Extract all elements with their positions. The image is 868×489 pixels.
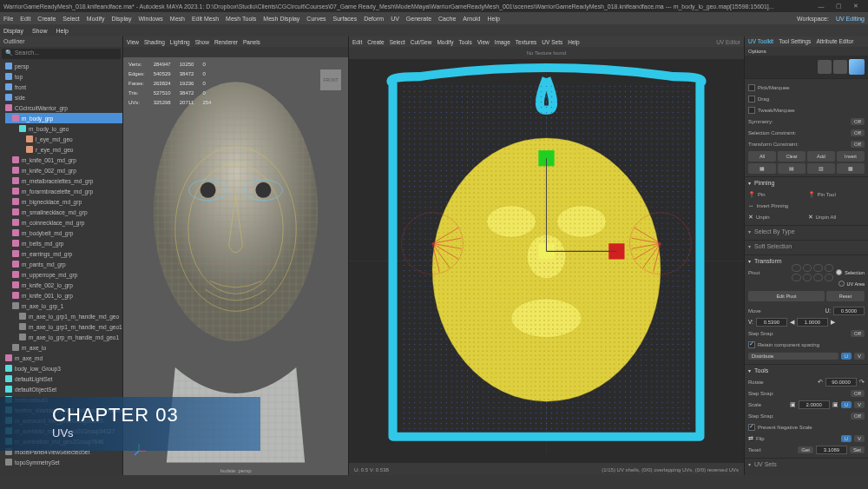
outliner-item[interactable]: CGcircuitWarrior_grp — [5, 102, 122, 113]
camera-label[interactable]: FRONT — [320, 69, 341, 90]
outliner-item[interactable]: m_knife_001_md_grp — [5, 155, 122, 165]
menu-edit[interactable]: Edit — [20, 16, 30, 22]
dist-v[interactable]: V — [854, 353, 865, 360]
pivot-uvarea[interactable] — [838, 281, 845, 287]
menu-meshdisplay[interactable]: Mesh Display — [263, 16, 299, 22]
vp-show[interactable]: Show — [195, 39, 209, 45]
texel-input[interactable] — [816, 446, 847, 454]
menu-display[interactable]: Display — [111, 16, 131, 22]
outliner-item[interactable]: l_eye_md_geo — [5, 134, 122, 144]
sel-invert[interactable]: Invert — [837, 151, 865, 162]
outliner-item[interactable]: side — [5, 92, 122, 102]
outliner-item[interactable]: m_axe_lo_grp_1 — [5, 301, 122, 311]
uvsets-title[interactable]: UV Sets — [748, 461, 865, 467]
menu-meshtools[interactable]: Mesh Tools — [226, 16, 256, 22]
uv-view[interactable]: View — [477, 39, 490, 45]
dist-u[interactable]: U — [841, 353, 852, 360]
selectby-title[interactable]: Select By Type — [748, 228, 865, 235]
stepsnap-toggle[interactable]: Off — [851, 330, 865, 337]
move-u-input[interactable] — [833, 307, 865, 315]
minimize-icon[interactable]: — — [812, 3, 830, 10]
menu-generate[interactable]: Generate — [406, 16, 431, 22]
scale-input[interactable] — [799, 400, 830, 409]
tool-help[interactable]: Help — [56, 28, 68, 34]
outliner-item[interactable]: m_knife_002_lo_grp — [5, 280, 122, 290]
outliner-item[interactable]: m_axe_lo — [5, 342, 122, 353]
rot-stepsnap[interactable]: Off — [851, 390, 865, 397]
retain-check[interactable] — [748, 341, 755, 348]
uv-tools[interactable]: Tools — [459, 39, 472, 45]
softsel-title[interactable]: Soft Selection — [748, 243, 865, 249]
tweak-check[interactable] — [748, 107, 755, 114]
menu-select[interactable]: Select — [62, 16, 79, 22]
outliner-item[interactable]: body_low_Group3 — [5, 363, 122, 373]
vp-shading[interactable]: Shading — [144, 39, 165, 45]
outliner-item[interactable]: m_body_grp — [5, 113, 122, 123]
uv-modify[interactable]: Modify — [437, 39, 453, 45]
outliner-item[interactable]: m_smallnecklace_md_grp — [5, 207, 122, 217]
outliner-item[interactable]: m_axe_lo_grp1_m_handle_md_geo — [5, 311, 122, 321]
outliner-search[interactable]: 🔍 Search... — [2, 49, 121, 59]
vp-renderer[interactable]: Renderer — [214, 39, 238, 45]
vp-view[interactable]: View — [127, 39, 139, 45]
outliner-item[interactable]: topoSymmetrySet — [5, 457, 122, 467]
outliner-item[interactable]: defaultObjectSet — [5, 384, 122, 394]
tool-show[interactable]: Show — [32, 28, 48, 34]
outliner-item[interactable]: m_earrings_md_grp — [5, 248, 122, 259]
mode-vertex-icon[interactable] — [818, 60, 832, 74]
outliner-item[interactable]: m_upperrope_md_grp — [5, 269, 122, 280]
scale-up-icon[interactable]: ▣ — [832, 401, 838, 408]
outliner-item[interactable]: m_coinnecklace_md_grp — [5, 217, 122, 228]
vp-panels[interactable]: Panels — [243, 39, 260, 45]
outliner-item[interactable]: m_axe_lo_grp1_m_handle_md_geo1 — [5, 321, 122, 332]
tool-display[interactable]: Display — [3, 28, 23, 34]
outliner-item[interactable]: m_axe_lo_grp_m_handle_md_geo1 — [5, 332, 122, 342]
menu-create[interactable]: Create — [37, 16, 56, 22]
uv-canvas[interactable] — [349, 59, 744, 463]
menu-arnold[interactable]: Arnold — [463, 16, 480, 22]
right-arrow-icon[interactable]: ▶ — [831, 319, 835, 326]
outliner-item[interactable]: top — [5, 71, 122, 82]
edit-pivot-button[interactable]: Edit Pivot — [748, 291, 825, 301]
outliner-item[interactable]: m_knife_001_lo_grp — [5, 290, 122, 301]
uv-create[interactable]: Create — [367, 39, 385, 45]
sel-icon-2[interactable]: ▤ — [778, 163, 806, 174]
uv-cutsew[interactable]: Cut/Sew — [411, 39, 432, 45]
outliner-item[interactable]: m_body_lo_geo — [5, 123, 122, 134]
uv-select[interactable]: Select — [390, 39, 405, 45]
menu-mesh[interactable]: Mesh — [170, 16, 185, 22]
tab-attribute[interactable]: Attribute Editor — [816, 38, 853, 45]
tools-title[interactable]: Tools — [748, 367, 865, 373]
outliner-item[interactable]: r_eye_md_geo — [5, 144, 122, 155]
close-icon[interactable]: ✕ — [847, 3, 865, 10]
uv-textures[interactable]: Textures — [516, 39, 537, 45]
scale-down-icon[interactable]: ▣ — [790, 401, 796, 408]
reset-pivot-button[interactable]: Reset — [826, 291, 865, 301]
menu-windows[interactable]: Windows — [138, 16, 162, 22]
outliner-item[interactable]: m_belts_md_grp — [5, 238, 122, 248]
menu-cache[interactable]: Cache — [438, 16, 456, 22]
scale-v[interactable]: V — [854, 401, 865, 408]
left-arrow-icon[interactable]: ◀ — [790, 319, 794, 326]
tab-toolsettings[interactable]: Tool Settings — [779, 38, 811, 45]
uv-help[interactable]: Help — [568, 39, 579, 45]
scale-stepsnap[interactable]: Off — [851, 413, 865, 420]
sel-clear[interactable]: Clear — [778, 151, 806, 162]
move-step-input[interactable] — [797, 318, 828, 327]
texel-set[interactable]: Set — [850, 446, 865, 453]
menu-surfaces[interactable]: Surfaces — [333, 16, 358, 22]
pinning-title[interactable]: Pinning — [748, 180, 865, 186]
menu-curves[interactable]: Curves — [306, 16, 326, 22]
menu-deform[interactable]: Deform — [364, 16, 384, 22]
uv-image[interactable]: Image — [495, 39, 510, 45]
rotate-cw-icon[interactable]: ↷ — [859, 379, 865, 386]
vp-lighting[interactable]: Lighting — [170, 39, 190, 45]
flip-v[interactable]: V — [854, 435, 865, 442]
flip-u[interactable]: U — [841, 435, 852, 442]
sel-icon-3[interactable]: ▥ — [807, 163, 835, 174]
uv-edit[interactable]: Edit — [352, 39, 362, 45]
sel-add[interactable]: Add — [807, 151, 835, 162]
outliner-item[interactable]: m_axe_md — [5, 353, 122, 363]
drag-check[interactable] — [748, 96, 755, 102]
options-label[interactable]: Options — [745, 47, 868, 56]
